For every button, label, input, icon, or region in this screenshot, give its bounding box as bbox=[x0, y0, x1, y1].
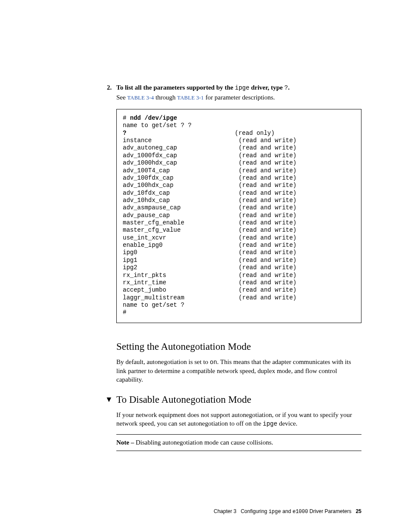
para-disable-a: If your network equipment does not suppo… bbox=[116, 411, 352, 427]
step-suffix: . bbox=[288, 84, 290, 91]
note-rule-bottom bbox=[116, 451, 361, 451]
code-ro: (read only) bbox=[235, 130, 274, 137]
code-ipge-device: ipge bbox=[263, 420, 277, 427]
link-table-3-1[interactable]: TABLE 3-1 bbox=[177, 95, 204, 101]
para-disable: If your network equipment does not suppo… bbox=[116, 411, 361, 428]
step-line: 2. To list all the parameters supported … bbox=[107, 84, 361, 91]
procedure-heading-row: ▼ To Disable Autonegotiation Mode bbox=[105, 394, 361, 405]
para-autoneg: By default, autonegotiation is set to on… bbox=[116, 358, 361, 384]
ref-suffix: for parameter descriptions. bbox=[204, 94, 275, 101]
note-block: Note – Disabling autonegotiation mode ca… bbox=[116, 439, 361, 446]
footer-title-b: and bbox=[281, 508, 293, 514]
triangle-icon: ▼ bbox=[105, 395, 116, 404]
footer-title-c: Driver Parameters bbox=[308, 508, 352, 514]
footer-mono-ipge: ipge bbox=[268, 509, 281, 515]
link-table-3-4[interactable]: TABLE 3-4 bbox=[127, 95, 154, 101]
step-instruction: To list all the parameters supported by … bbox=[116, 84, 290, 91]
step-middle: driver, type bbox=[249, 84, 284, 91]
para-autoneg-a: By default, autonegotiation is set to bbox=[116, 358, 210, 365]
page-number: 25 bbox=[356, 508, 361, 514]
footer-chapter: Chapter 3 bbox=[214, 508, 237, 514]
page-body: 2. To list all the parameters supported … bbox=[0, 0, 411, 451]
page-footer: Chapter 3 Configuring ipge and e1000 Dri… bbox=[214, 508, 361, 515]
code-on: on bbox=[210, 359, 217, 366]
heading-autoneg: Setting the Autonegotiation Mode bbox=[116, 341, 361, 352]
code-q: ? bbox=[123, 130, 126, 137]
footer-mono-e1000: e1000 bbox=[293, 509, 308, 515]
step-prefix: To list all the parameters supported by … bbox=[116, 84, 235, 91]
note-label: Note – bbox=[116, 439, 136, 446]
code-l1: name to get/set ? ? bbox=[123, 122, 192, 129]
code-ipge: ipge bbox=[235, 84, 249, 91]
code-cmd: ndd /dev/ipge bbox=[130, 115, 177, 121]
note-text: Disabling autonegotiation mode can cause… bbox=[136, 439, 273, 446]
ref-prefix: See bbox=[116, 94, 127, 101]
step-number: 2. bbox=[107, 84, 116, 91]
note-rule-top bbox=[116, 434, 361, 435]
code-prompt: # bbox=[123, 115, 130, 121]
footer-title-a: Configuring bbox=[241, 508, 269, 514]
para-disable-b: device. bbox=[277, 420, 298, 427]
reference-line: See TABLE 3-4 through TABLE 3-1 for para… bbox=[116, 94, 361, 101]
code-trail1: name to get/set ? bbox=[123, 302, 184, 308]
heading-disable: To Disable Autonegotiation Mode bbox=[116, 394, 251, 405]
ref-mid: through bbox=[154, 94, 177, 101]
code-listing: # ndd /dev/ipge name to get/set ? ? ?(re… bbox=[116, 109, 361, 323]
code-trail2: # bbox=[123, 309, 126, 316]
